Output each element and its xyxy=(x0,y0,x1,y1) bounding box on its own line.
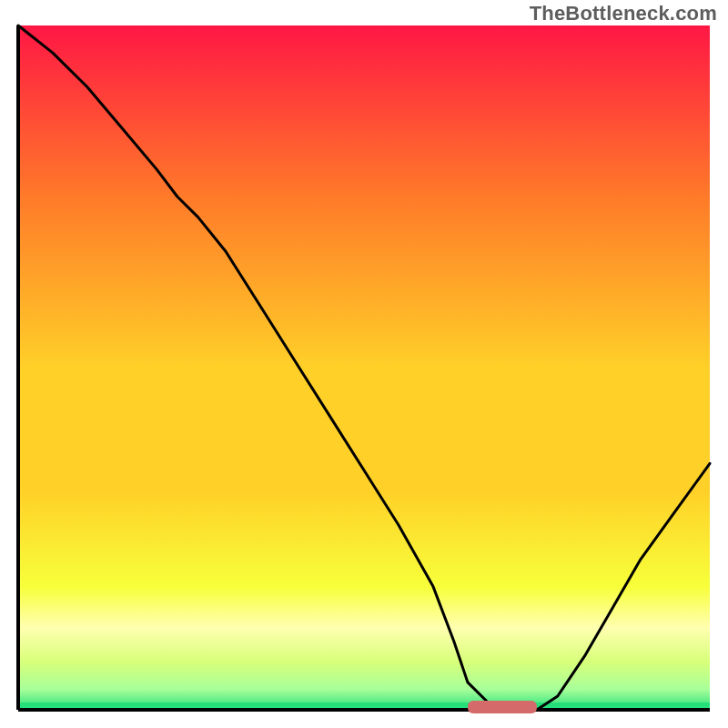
optimal-marker xyxy=(468,701,537,713)
watermark-text: TheBottleneck.com xyxy=(530,2,717,25)
bottleneck-chart: TheBottleneck.com xyxy=(0,0,728,728)
chart-svg xyxy=(0,0,728,728)
